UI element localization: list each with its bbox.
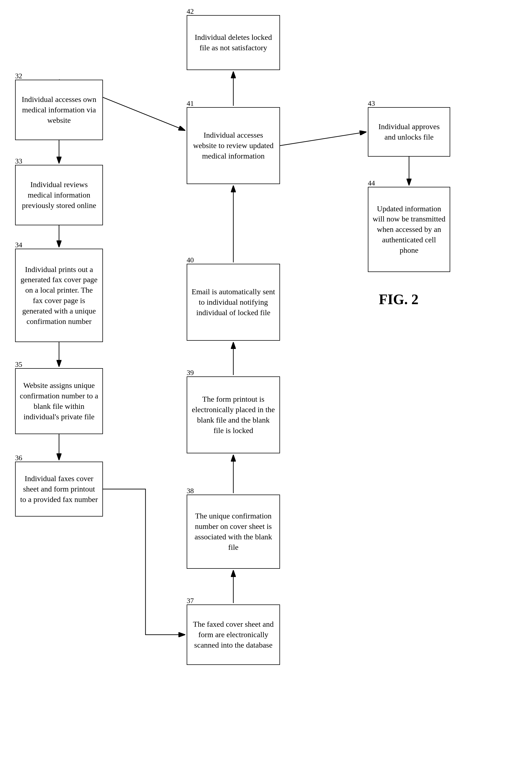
label-33: 33 [15,157,22,165]
box-33: Individual reviews medical information p… [15,165,103,225]
label-37: 37 [187,597,194,605]
box-35: Website assigns unique confirmation numb… [15,368,103,434]
label-42: 42 [187,7,194,16]
box-44: Updated information will now be transmit… [368,187,450,272]
box-41: Individual accesses website to review up… [187,107,280,184]
label-34: 34 [15,241,22,249]
label-40: 40 [187,256,194,264]
box-40: Email is automatically sent to individua… [187,264,280,341]
box-32: Individual accesses own medical informat… [15,80,103,140]
label-35: 35 [15,361,22,369]
box-37: The faxed cover sheet and form are elect… [187,604,280,665]
label-43: 43 [368,99,375,108]
box-34: Individual prints out a generated fax co… [15,249,103,342]
box-39: The form printout is electronically plac… [187,377,280,453]
label-39: 39 [187,369,194,377]
label-32: 32 [15,72,22,80]
figure-label: FIG. 2 [379,291,418,307]
label-38: 38 [187,487,194,495]
box-42: Individual deletes locked file as not sa… [187,15,280,70]
box-43: Individual approves and unlocks file [368,107,450,157]
label-41: 41 [187,99,194,108]
diagram-container: Individual accesses own medical informat… [0,0,532,763]
label-36: 36 [15,454,22,462]
box-36: Individual faxes cover sheet and form pr… [15,462,103,516]
svg-line-10 [280,132,367,146]
label-44: 44 [368,179,375,187]
box-38: The unique confirmation number on cover … [187,494,280,569]
